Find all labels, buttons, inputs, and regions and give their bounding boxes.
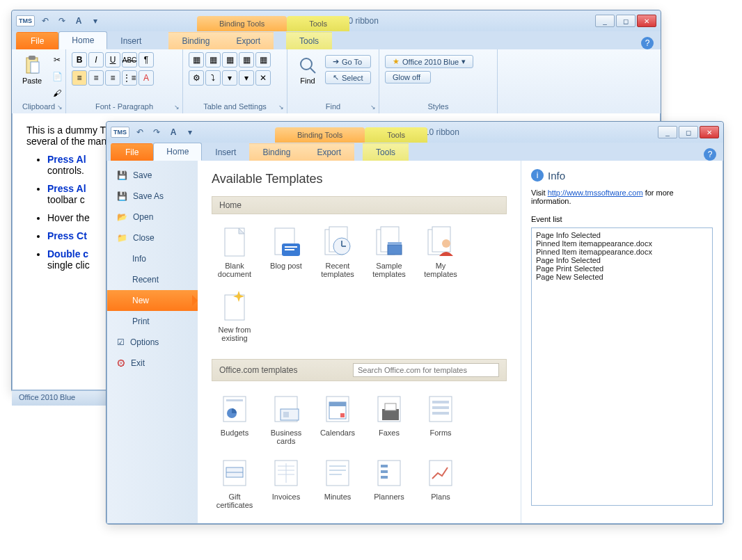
close-button[interactable]: ✕ xyxy=(637,15,656,27)
tab-file[interactable]: File xyxy=(111,143,153,161)
bullets-button[interactable]: ⋮≡ xyxy=(122,70,137,86)
align-center-button[interactable]: ≡ xyxy=(88,70,104,86)
tmpl-invoices[interactable]: Invoices xyxy=(266,456,306,509)
tmpl-recent[interactable]: Recent templates xyxy=(317,225,358,278)
tmpl-planners[interactable]: Planners xyxy=(369,456,409,509)
tool-btn-3[interactable]: ▾ xyxy=(222,70,237,86)
align-right-button[interactable]: ≡ xyxy=(105,70,120,86)
table-btn-2[interactable]: ▦ xyxy=(205,52,221,67)
tmpl-my[interactable]: My templates xyxy=(420,225,461,278)
paste-button[interactable]: Paste xyxy=(17,52,47,87)
tab-file[interactable]: File xyxy=(16,32,58,49)
event-list[interactable]: Page Info Selected Pinned Item itemappea… xyxy=(531,227,713,506)
maximize-button[interactable]: ◻ xyxy=(679,126,698,138)
format-painter-button[interactable]: 🖌 xyxy=(49,86,65,101)
search-templates-input[interactable] xyxy=(353,363,499,377)
tmpl-blank[interactable]: Blank document xyxy=(214,225,255,278)
align-left-button[interactable]: ≡ xyxy=(72,70,87,86)
select-button[interactable]: ↖ Select xyxy=(325,71,371,84)
copy-button[interactable]: 📄 xyxy=(49,69,65,84)
help-icon[interactable]: ? xyxy=(704,148,716,161)
newfrom-icon xyxy=(218,289,251,323)
fontpar-launcher[interactable]: ↘ xyxy=(174,104,180,111)
tab-export[interactable]: Export xyxy=(223,32,274,49)
nav-new[interactable]: New xyxy=(107,290,198,311)
svg-rect-54 xyxy=(381,470,388,473)
tmpl-more[interactable]: More xyxy=(214,520,255,523)
font-a-button[interactable]: A xyxy=(72,15,85,27)
tab-home[interactable]: Home xyxy=(153,143,202,161)
nav-recent[interactable]: Recent xyxy=(107,269,198,290)
goto-button[interactable]: ➔ Go To xyxy=(325,55,371,68)
strike-button[interactable]: ABC xyxy=(122,52,137,67)
pilcrow-button[interactable]: ¶ xyxy=(139,52,154,67)
group-table-settings: ▦ ▦ ▦ ▦ ▦ ⚙ ⤵ ▾ ▾ ✕ Table and Settings ↘ xyxy=(183,49,287,113)
tab-tools[interactable]: Tools xyxy=(363,143,409,161)
glow-button[interactable]: Glow off xyxy=(385,71,431,83)
qat-dropdown[interactable]: ▾ xyxy=(89,15,102,27)
table-btn-4[interactable]: ▦ xyxy=(239,52,254,67)
tab-insert[interactable]: Insert xyxy=(107,32,155,49)
tab-tools[interactable]: Tools xyxy=(286,32,332,49)
undo-button[interactable]: ↶ xyxy=(39,15,52,27)
redo-button[interactable]: ↷ xyxy=(56,15,68,27)
tool-btn-2[interactable]: ⤵ xyxy=(205,70,221,86)
nav-open[interactable]: 📂Open xyxy=(107,207,198,227)
nav-info[interactable]: Info xyxy=(107,248,198,269)
close-button[interactable]: ✕ xyxy=(700,126,719,138)
find-icon xyxy=(297,54,319,77)
nav-save[interactable]: 💾Save xyxy=(107,165,198,186)
tmpl-forms[interactable]: Forms xyxy=(420,392,461,445)
tmpl-plans[interactable]: Plans xyxy=(420,456,461,509)
nav-saveas[interactable]: 💾Save As xyxy=(107,186,198,207)
redo-button[interactable]: ↷ xyxy=(150,126,163,138)
tmpl-newfrom[interactable]: New from existing xyxy=(214,289,255,342)
font-a-button[interactable]: A xyxy=(167,126,180,138)
find-button[interactable]: Find xyxy=(293,52,322,87)
minimize-button[interactable]: _ xyxy=(658,126,677,138)
help-icon[interactable]: ? xyxy=(641,37,654,49)
close-icon: 📁 xyxy=(117,233,127,243)
underline-button[interactable]: U xyxy=(105,52,120,67)
maximize-button[interactable]: ◻ xyxy=(616,15,636,27)
bold-button[interactable]: B xyxy=(72,52,87,67)
tab-export[interactable]: Export xyxy=(303,143,354,161)
tmpl-minutes[interactable]: Minutes xyxy=(317,456,358,509)
theme-dropdown[interactable]: ★Office 2010 Blue ▾ xyxy=(385,55,473,68)
table-launcher[interactable]: ↘ xyxy=(278,104,284,111)
tmpl-budgets[interactable]: Budgets xyxy=(214,392,255,445)
tab-home[interactable]: Home xyxy=(58,31,107,49)
tmpl-faxes[interactable]: Faxes xyxy=(369,392,409,445)
tool-btn-5[interactable]: ✕ xyxy=(255,70,271,86)
titlebar-front: TMS ↶ ↷ A ▾ Binding Tools Tools Office 2… xyxy=(106,122,723,143)
italic-button[interactable]: I xyxy=(88,52,104,67)
tmpl-bizcards[interactable]: Business cards xyxy=(266,392,306,445)
qat-dropdown[interactable]: ▾ xyxy=(184,126,196,138)
cut-button[interactable]: ✂ xyxy=(49,52,65,67)
table-btn-1[interactable]: ▦ xyxy=(189,52,204,67)
nav-print[interactable]: Print xyxy=(107,311,198,332)
minimize-button[interactable]: _ xyxy=(595,15,615,27)
tmpl-calendars[interactable]: Calendars xyxy=(317,392,358,445)
find-launcher[interactable]: ↘ xyxy=(370,104,376,111)
tab-insert[interactable]: Insert xyxy=(202,143,249,161)
clipboard-launcher[interactable]: ↘ xyxy=(57,104,63,111)
tmpl-sample[interactable]: Sample templates xyxy=(369,225,409,278)
nav-close[interactable]: 📁Close xyxy=(107,227,198,248)
tab-binding[interactable]: Binding xyxy=(249,143,303,161)
titlebar: TMS ↶ ↷ A ▾ Binding Tools Tools Office 2… xyxy=(12,10,661,31)
nav-exit[interactable]: ⮿Exit xyxy=(107,353,198,374)
tab-binding[interactable]: Binding xyxy=(168,32,223,49)
font-color-button[interactable]: A xyxy=(139,70,154,86)
tool-btn-1[interactable]: ⚙ xyxy=(189,70,204,86)
svg-rect-35 xyxy=(385,403,396,410)
table-btn-5[interactable]: ▦ xyxy=(255,52,271,67)
open-icon: 📂 xyxy=(117,212,127,222)
tool-btn-4[interactable]: ▾ xyxy=(239,70,254,86)
tmpl-blog[interactable]: Blog post xyxy=(266,225,306,278)
tms-link[interactable]: http://www.tmssoftware.com xyxy=(548,189,643,197)
table-btn-3[interactable]: ▦ xyxy=(222,52,237,67)
nav-options[interactable]: ☑Options xyxy=(107,332,198,353)
undo-button[interactable]: ↶ xyxy=(134,126,146,138)
tmpl-gift[interactable]: Gift certificates xyxy=(214,456,255,509)
